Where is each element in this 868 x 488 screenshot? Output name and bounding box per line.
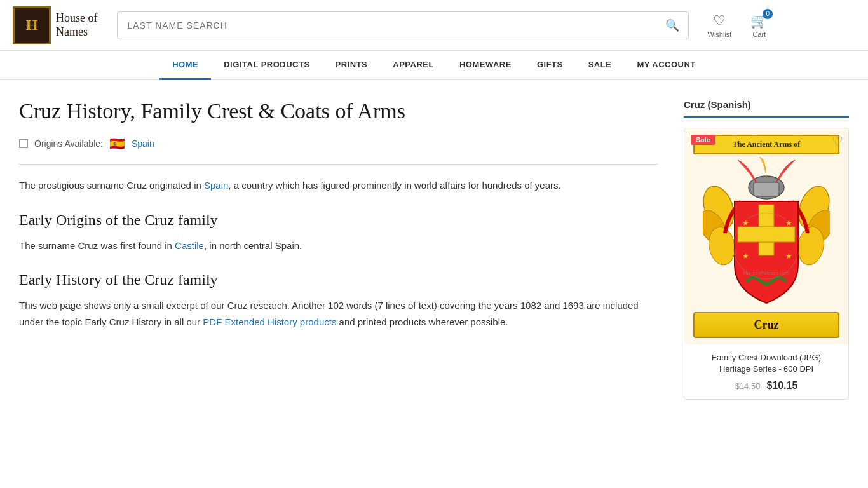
pdf-link[interactable]: PDF Extended History products <box>203 316 336 327</box>
nav-item-homeware[interactable]: HOMEWARE <box>447 51 524 80</box>
search-button[interactable]: 🔍 <box>656 12 688 39</box>
svg-text:★: ★ <box>785 252 792 261</box>
logo-text: House ofNames <box>56 11 98 39</box>
sale-price: $10.15 <box>766 380 797 391</box>
cart-label: Cart <box>753 30 766 38</box>
original-price: $14.50 <box>735 381 761 391</box>
sale-badge: Sale <box>691 135 715 145</box>
nav-item-home[interactable]: HOME <box>159 51 211 80</box>
spain-flag: 🇪🇸 <box>109 136 125 151</box>
section1-text: The surname Cruz was first found in Cast… <box>19 238 658 254</box>
spain-text-link[interactable]: Spain <box>204 180 228 191</box>
search-bar: 🔍 <box>117 11 689 39</box>
logo-link[interactable]: H House ofNames <box>13 6 98 44</box>
origin-checkbox-icon <box>19 139 28 148</box>
section2-text: This web page shows only a small excerpt… <box>19 297 658 330</box>
origins-label: Origins Available: <box>34 139 103 149</box>
nav-item-apparel[interactable]: APPAREL <box>380 51 447 80</box>
search-input[interactable] <box>118 14 656 37</box>
nav-item-sale[interactable]: SALE <box>576 51 625 80</box>
nav-item-prints[interactable]: PRINTS <box>323 51 381 80</box>
svg-rect-7 <box>754 182 779 196</box>
article-content: Cruz History, Family Crest & Coats of Ar… <box>19 99 658 400</box>
product-info: Family Crest Download (JPG) Heritage Ser… <box>684 344 848 399</box>
main-content: Cruz History, Family Crest & Coats of Ar… <box>0 80 868 425</box>
nav-item-account[interactable]: MY ACCOUNT <box>624 51 708 80</box>
origins-row: Origins Available: 🇪🇸 Spain <box>19 136 658 151</box>
spain-link[interactable]: Spain <box>132 139 154 149</box>
product-name: Family Crest Download (JPG) Heritage Ser… <box>692 352 841 375</box>
coa-shield-wrapper: ★ ★ ★ ★ HouseofNames.com <box>693 157 839 309</box>
nav-item-digital[interactable]: DIGITAL PRODUCTS <box>211 51 322 80</box>
coat-of-arms-image: The Ancient Arms of <box>693 135 839 338</box>
sidebar: Cruz (Spanish) Sale ♡ The Ancient Arms o… <box>684 99 849 400</box>
main-nav: HOME DIGITAL PRODUCTS PRINTS APPAREL HOM… <box>0 51 868 80</box>
nav-item-gifts[interactable]: GIFTS <box>524 51 576 80</box>
product-wishlist-button[interactable]: ♡ <box>832 133 843 149</box>
logo-icon: H <box>13 6 51 44</box>
wishlist-label: Wishlist <box>708 30 732 38</box>
castile-link[interactable]: Castile <box>175 240 204 251</box>
divider-1 <box>19 164 658 165</box>
svg-rect-9 <box>738 227 795 242</box>
section1-title: Early Origins of the Cruz family <box>19 212 658 229</box>
header-actions: ♡ Wishlist 🛒 0 Cart <box>708 13 768 38</box>
sidebar-title: Cruz (Spanish) <box>684 99 849 118</box>
coa-name-banner: Cruz <box>693 312 839 338</box>
cart-button[interactable]: 🛒 0 Cart <box>750 13 768 38</box>
svg-text:HouseofNames.com: HouseofNames.com <box>743 270 790 276</box>
price-row: $14.50 $10.15 <box>692 380 841 391</box>
page-title: Cruz History, Family Crest & Coats of Ar… <box>19 99 658 123</box>
cart-badge: 0 <box>763 9 773 19</box>
header: H House ofNames 🔍 ♡ Wishlist 🛒 0 Cart <box>0 0 868 51</box>
wishlist-button[interactable]: ♡ Wishlist <box>708 13 732 38</box>
section2-title: Early History of the Cruz family <box>19 271 658 288</box>
shield-svg: ★ ★ ★ ★ HouseofNames.com <box>703 157 830 309</box>
product-image-area[interactable]: The Ancient Arms of <box>684 128 848 344</box>
product-card: Sale ♡ The Ancient Arms of <box>684 128 849 400</box>
intro-paragraph: The prestigious surname Cruz originated … <box>19 177 658 194</box>
svg-text:★: ★ <box>742 252 749 261</box>
heart-icon: ♡ <box>713 13 726 29</box>
